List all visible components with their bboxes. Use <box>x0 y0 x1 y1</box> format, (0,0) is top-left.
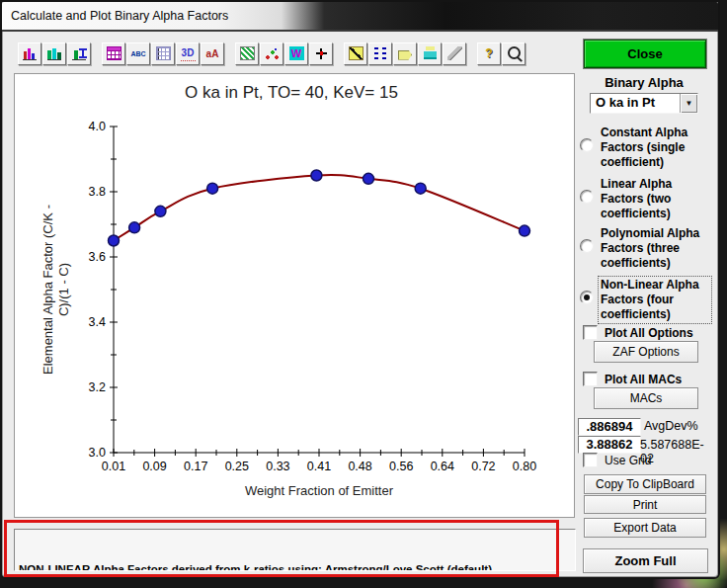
svg-text:0.25: 0.25 <box>225 460 249 473</box>
pattern-fill-button[interactable] <box>235 42 259 65</box>
radio-circle[interactable] <box>580 138 594 152</box>
edit-annotation-button <box>443 42 466 65</box>
radio-label[interactable]: Linear Alpha Factors (two coefficients) <box>599 176 711 222</box>
3d-view-icon: 3D <box>181 46 196 61</box>
alpha-value-field-1[interactable]: .886894 <box>578 418 641 436</box>
chart-title: O ka in Pt, TO= 40, KeV= 15 <box>74 83 509 103</box>
svg-text:0.09: 0.09 <box>142 460 166 473</box>
radio-label[interactable]: Constant Alpha Factors (single coefficie… <box>599 125 711 171</box>
font-label-button[interactable]: ABC <box>126 42 150 65</box>
svg-text:0.48: 0.48 <box>348 460 371 473</box>
magnifier-icon <box>508 46 521 59</box>
svg-text:3.0: 3.0 <box>89 446 106 460</box>
svg-text:0.72: 0.72 <box>471 460 495 473</box>
title-bar[interactable]: Calculate and Plot Binary Alpha Factors <box>2 2 718 32</box>
combo-chart-icon <box>72 46 87 60</box>
checkbox-label[interactable]: Use Grid <box>605 454 651 467</box>
print-button[interactable]: Print <box>584 495 706 514</box>
data-label-button[interactable] <box>393 42 417 65</box>
export-data-button[interactable]: Export Data <box>584 518 706 538</box>
axis-grid-button[interactable] <box>151 42 175 65</box>
data-table-button[interactable] <box>102 42 125 65</box>
svg-text:3.6: 3.6 <box>89 250 106 264</box>
pattern-fill-icon <box>240 46 255 60</box>
svg-text:0.17: 0.17 <box>184 460 207 473</box>
radio-constant-alpha[interactable]: Constant Alpha Factors (single coefficie… <box>579 125 711 171</box>
alpha-value-field-2[interactable]: 3.88862 <box>578 436 641 454</box>
plot-area-icon <box>349 46 364 60</box>
legend-icon <box>373 46 388 60</box>
radio-circle[interactable] <box>580 239 594 253</box>
printer-icon <box>423 46 438 60</box>
3d-bar-chart-button[interactable] <box>42 42 66 65</box>
plot-all-macs-checkbox[interactable]: Plot All MACs <box>583 372 682 386</box>
chevron-down-icon[interactable]: ▼ <box>680 94 697 113</box>
3d-bar-chart-icon <box>47 46 62 60</box>
zaf-options-button[interactable]: ZAF Options <box>594 341 698 363</box>
zoom-full-button[interactable]: Zoom Full <box>583 548 708 573</box>
copy-to-clipboard-button[interactable]: Copy To ClipBoard <box>584 474 706 494</box>
window-title: Calculate and Plot Binary Alpha Factors <box>11 2 228 30</box>
help-button[interactable]: ? <box>477 42 501 65</box>
data-table-icon <box>107 46 121 60</box>
checkbox-label[interactable]: Plot All MACs <box>605 373 682 386</box>
radio-label[interactable]: Polynomial Alpha Factors (three coeffici… <box>599 225 711 272</box>
crosshair-button[interactable] <box>309 42 333 65</box>
marker-style-button[interactable] <box>260 42 283 65</box>
zoom-button[interactable] <box>502 42 525 65</box>
tag-icon <box>398 50 412 60</box>
use-grid-checkbox[interactable]: Use Grid <box>583 453 651 467</box>
avgdev-label: AvgDev% <box>644 419 698 433</box>
y-axis-label-line1: Elemental Alpha Factor (C/K - <box>40 165 56 414</box>
bar-chart-button[interactable] <box>18 42 41 65</box>
checkbox-box[interactable] <box>583 453 598 467</box>
radio-circle[interactable] <box>580 190 594 204</box>
pencil-icon <box>447 46 462 60</box>
plot-area-button[interactable] <box>344 42 367 65</box>
chart-style-button[interactable]: W <box>284 42 308 65</box>
plot-all-options-checkbox[interactable]: Plot All Options <box>583 325 693 340</box>
radio-circle[interactable] <box>580 291 594 304</box>
radio-nonlinear-alpha[interactable]: Non-Linear Alpha Factors (four coefficie… <box>579 277 711 323</box>
print-chart-button[interactable] <box>418 42 442 65</box>
checkbox-box[interactable] <box>583 372 598 386</box>
binary-alpha-dropdown[interactable]: O ka in Pt ▼ <box>590 93 698 114</box>
y-axis-label-line2: C)/(1 - C) <box>56 165 72 414</box>
axis-grid-icon <box>156 46 171 60</box>
radio-polynomial-alpha[interactable]: Polynomial Alpha Factors (three coeffici… <box>579 225 711 272</box>
macs-button[interactable]: MACs <box>594 387 698 409</box>
desktop-background: Calculate and Plot Binary Alpha Factors … <box>0 0 727 588</box>
client-area: ABC 3D aA W ? 3.03.23.43.63.84.00.010.09… <box>2 32 714 576</box>
svg-text:0.33: 0.33 <box>266 460 289 473</box>
checkbox-box[interactable] <box>583 325 598 340</box>
rotate-text-icon: aA <box>205 46 220 60</box>
svg-text:0.56: 0.56 <box>389 460 413 473</box>
chart-canvas[interactable]: 3.03.23.43.63.84.00.010.090.170.250.330.… <box>15 74 572 515</box>
x-axis-label: Weight Fraction of Emitter <box>114 483 525 498</box>
svg-text:0.64: 0.64 <box>431 460 454 473</box>
svg-text:3.2: 3.2 <box>89 380 106 394</box>
help-icon: ? <box>482 46 497 60</box>
3d-view-button[interactable]: 3D <box>176 42 200 65</box>
font-label-icon: ABC <box>131 46 146 60</box>
svg-text:3.4: 3.4 <box>89 315 106 329</box>
marker-style-icon <box>265 46 280 60</box>
rotate-text-button[interactable]: aA <box>201 42 224 65</box>
svg-text:4.0: 4.0 <box>89 120 106 133</box>
chart-area[interactable]: 3.03.23.43.63.84.00.010.090.170.250.330.… <box>14 73 575 518</box>
close-button[interactable]: Close <box>584 40 706 68</box>
svg-text:3.8: 3.8 <box>89 185 106 199</box>
y-axis-label: Elemental Alpha Factor (C/K - C)/(1 - C) <box>40 165 80 414</box>
toolbar: ABC 3D aA W ? <box>2 41 526 66</box>
svg-text:0.01: 0.01 <box>102 460 125 473</box>
radio-label[interactable]: Non-Linear Alpha Factors (four coefficie… <box>599 277 711 323</box>
svg-text:0.41: 0.41 <box>307 460 331 473</box>
combo-chart-button[interactable] <box>67 42 91 65</box>
crosshair-icon <box>314 46 329 60</box>
dropdown-value: O ka in Pt <box>591 94 680 113</box>
legend-button[interactable] <box>368 42 392 65</box>
checkbox-label[interactable]: Plot All Options <box>605 326 693 340</box>
svg-text:0.80: 0.80 <box>513 460 536 473</box>
dialog-window: Calculate and Plot Binary Alpha Factors … <box>0 0 720 579</box>
radio-linear-alpha[interactable]: Linear Alpha Factors (two coefficients) <box>579 176 711 222</box>
